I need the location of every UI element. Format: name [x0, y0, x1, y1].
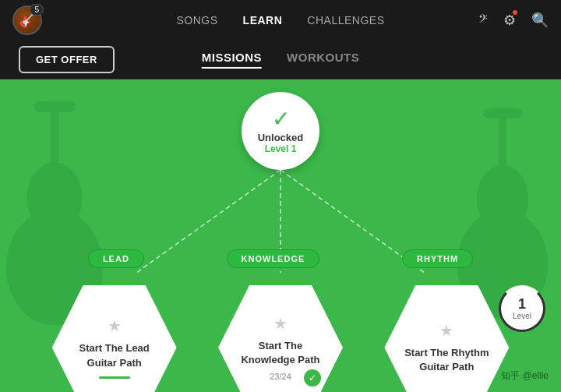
tune-icon[interactable]: 𝄢 — [478, 12, 488, 29]
sub-nav: GET OFFER MISSIONS WORKOUTS — [0, 41, 561, 79]
hex-card-rhythm[interactable]: ★ Start The Rhythm Guitar Path — [384, 285, 509, 392]
svg-rect-2 — [51, 101, 59, 185]
watermark: 知乎 @ellie — [501, 369, 549, 383]
gear-wrapper: ⚙ — [503, 12, 516, 29]
card-title-rhythm: Start The Rhythm Guitar Path — [400, 346, 493, 374]
svg-rect-7 — [483, 108, 522, 118]
unlocked-text: Unlocked — [258, 132, 304, 143]
svg-rect-3 — [34, 101, 75, 112]
category-lead[interactable]: LEAD — [88, 249, 144, 268]
card-title-knowledge: Start The Knowledge Path — [234, 339, 327, 367]
tab-missions[interactable]: MISSIONS — [202, 51, 262, 69]
level-label: Level — [513, 312, 531, 320]
level-circle: 1 Level — [499, 285, 545, 332]
sub-nav-tabs: MISSIONS WORKOUTS — [202, 51, 360, 69]
get-offer-button[interactable]: GET OFFER — [19, 46, 115, 73]
avatar-badge: 5 — [30, 4, 44, 16]
star-icon-rhythm: ★ — [439, 321, 453, 340]
avatar[interactable]: 🎸 5 — [12, 5, 42, 35]
hex-cards: ★ Start The Lead Guitar Path ★ Start The… — [0, 285, 561, 392]
hex-card-knowledge[interactable]: ★ Start The Knowledge Path 23/24 ✓ — [218, 285, 343, 392]
unlocked-level: Level 1 — [265, 143, 297, 154]
nav-icons: 𝄢 ⚙ 🔍 — [478, 12, 549, 29]
nav-challenges[interactable]: CHALLENGES — [307, 14, 384, 26]
category-rhythm[interactable]: RHYTHM — [402, 249, 473, 268]
tab-workouts[interactable]: WORKOUTS — [287, 51, 359, 69]
unlocked-circle[interactable]: ✓ Unlocked Level 1 — [242, 92, 319, 170]
nav-songs[interactable]: SONGS — [177, 14, 218, 26]
nav-links: SONGS LEARN CHALLENGES — [177, 14, 385, 26]
level-number: 1 — [518, 297, 526, 311]
nav-learn[interactable]: LEARN — [243, 14, 283, 26]
unlocked-checkmark: ✓ — [272, 108, 290, 130]
card-count-knowledge: 23/24 — [270, 372, 291, 381]
top-nav: 🎸 5 SONGS LEARN CHALLENGES 𝄢 ⚙ 🔍 — [0, 0, 561, 41]
check-icon-knowledge: ✓ — [304, 369, 321, 387]
main-content: ✓ Unlocked Level 1 LEAD KNOWLEDGE RHYTHM… — [0, 79, 561, 392]
search-icon[interactable]: 🔍 — [531, 12, 549, 29]
star-icon-lead: ★ — [108, 316, 122, 335]
category-knowledge[interactable]: KNOWLEDGE — [227, 249, 320, 268]
star-icon-knowledge: ★ — [273, 314, 288, 333]
svg-rect-6 — [499, 108, 506, 186]
hex-card-lead[interactable]: ★ Start The Lead Guitar Path — [52, 285, 177, 392]
category-labels: LEAD KNOWLEDGE RHYTHM — [0, 249, 561, 268]
card-title-lead: Start The Lead Guitar Path — [68, 341, 161, 369]
gear-icon[interactable]: ⚙ — [503, 12, 516, 28]
progress-bar-lead — [99, 376, 130, 379]
